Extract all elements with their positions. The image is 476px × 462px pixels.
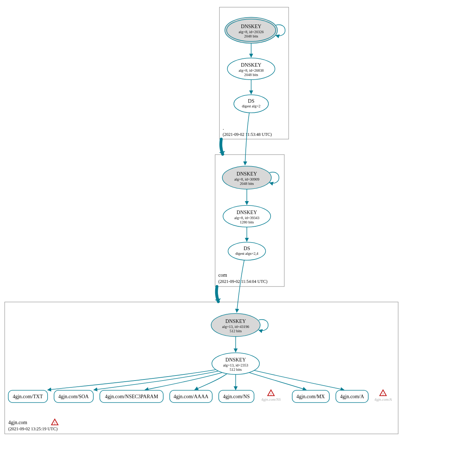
warning-ns-label: 4gjn.com/NS bbox=[261, 397, 281, 401]
svg-text:!: ! bbox=[383, 392, 384, 396]
root-dnskey-1-line2: 2048 bits bbox=[244, 34, 258, 38]
edge-to-a bbox=[254, 370, 344, 390]
edge-com-ds-domain-dnskey1 bbox=[237, 260, 244, 312]
root-dnskey-1: DNSKEY alg=8, id=20326 2048 bits bbox=[225, 17, 277, 43]
edge-to-soa bbox=[94, 371, 218, 390]
svg-point-3 bbox=[234, 95, 268, 113]
root-ds: DS digest alg=2 bbox=[234, 95, 268, 113]
zone-label-root: . bbox=[223, 125, 224, 131]
leaf-a-label: 4gjn.com/A bbox=[340, 394, 364, 399]
domain-dnskey-2-line2: 512 bits bbox=[230, 368, 242, 372]
warning-a: ! 4gjn.com/A bbox=[374, 390, 392, 401]
leaf-nsec3-label: 4gjn.com/NSEC3PARAM bbox=[105, 394, 158, 399]
com-dnskey-2-line2: 1280 bits bbox=[240, 220, 254, 224]
com-dnskey-1-title: DNSKEY bbox=[237, 171, 257, 177]
warning-ns: ! 4gjn.com/NS bbox=[261, 390, 281, 401]
com-dnskey-2: DNSKEY alg=8, id=39343 1280 bits bbox=[223, 205, 271, 227]
com-ds-line1: digest algs=2,4 bbox=[235, 252, 258, 256]
dnssec-trust-graph: DNSKEY alg=8, id=20326 2048 bits DNSKEY … bbox=[0, 0, 476, 462]
leaf-ns-label: 4gjn.com/NS bbox=[223, 394, 250, 399]
root-dnskey-2-title: DNSKEY bbox=[241, 62, 262, 68]
leaf-aaaa-label: 4gjn.com/AAAA bbox=[174, 394, 209, 399]
leaf-soa-label: 4gjn.com/SOA bbox=[58, 394, 89, 399]
edge-to-aaaa bbox=[195, 374, 227, 390]
warning-a-label: 4gjn.com/A bbox=[374, 397, 392, 401]
svg-text:!: ! bbox=[271, 392, 272, 396]
domain-dnskey-1-line2: 512 bits bbox=[230, 329, 242, 333]
root-ds-title: DS bbox=[248, 98, 254, 104]
root-ds-line1: digest alg=2 bbox=[242, 104, 261, 108]
leaf-mx-label: 4gjn.com/MX bbox=[297, 394, 325, 399]
com-dnskey-1: DNSKEY alg=8, id=30909 2048 bits bbox=[222, 166, 271, 189]
domain-dnskey-1: DNSKEY alg=13, id=43196 512 bits bbox=[211, 314, 260, 337]
zone-label-com: com bbox=[218, 272, 227, 278]
edge-to-txt bbox=[48, 370, 215, 390]
leaf-txt-label: 4gjn.com/TXT bbox=[13, 394, 43, 399]
domain-dnskey-2: DNSKEY alg=13, id=2353 512 bits bbox=[212, 353, 259, 374]
edge-root-ds-com-dnskey1 bbox=[245, 112, 249, 165]
root-dnskey-2-line2: 2048 bits bbox=[244, 73, 258, 77]
com-dnskey-1-line1: alg=8, id=30909 bbox=[234, 177, 259, 181]
root-dnskey-2-line1: alg=8, id=26838 bbox=[239, 68, 264, 72]
com-ds-title: DS bbox=[244, 246, 250, 251]
zone-ts-domain: (2021-09-02 13:25:19 UTC) bbox=[8, 426, 58, 431]
warning-domain: ! bbox=[52, 419, 58, 425]
domain-dnskey-2-title: DNSKEY bbox=[226, 357, 246, 363]
zone-box-domain bbox=[5, 302, 398, 434]
zone-ts-com: (2021-09-02 11:54:04 UTC) bbox=[218, 279, 267, 284]
com-dnskey-2-title: DNSKEY bbox=[237, 210, 257, 215]
svg-point-7 bbox=[228, 242, 266, 260]
com-dnskey-1-line2: 2048 bits bbox=[240, 182, 254, 186]
root-dnskey-1-title: DNSKEY bbox=[241, 24, 262, 29]
edge-to-mx bbox=[249, 373, 306, 390]
root-dnskey-1-line1: alg=8, id=20326 bbox=[239, 30, 264, 34]
svg-text:!: ! bbox=[54, 422, 55, 425]
com-dnskey-2-line1: alg=8, id=39343 bbox=[234, 216, 259, 220]
domain-dnskey-1-title: DNSKEY bbox=[226, 319, 246, 324]
domain-dnskey-1-line1: alg=13, id=43196 bbox=[222, 325, 249, 329]
root-dnskey-2: DNSKEY alg=8, id=26838 2048 bits bbox=[227, 58, 275, 80]
zone-label-domain: 4gjn.com bbox=[8, 420, 27, 425]
com-ds: DS digest algs=2,4 bbox=[228, 242, 266, 260]
domain-dnskey-2-line1: alg=13, id=2353 bbox=[223, 363, 248, 367]
